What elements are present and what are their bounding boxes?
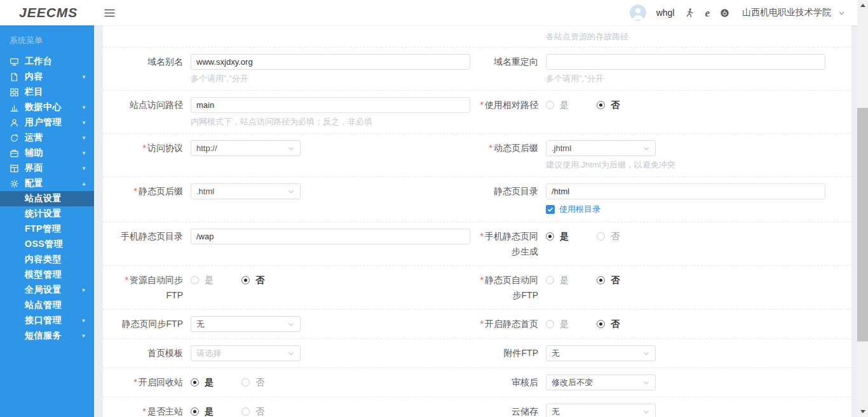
chevron-down-icon[interactable]: [837, 9, 846, 17]
radio-option[interactable]: 否: [597, 100, 620, 111]
radio-option[interactable]: 是: [191, 377, 214, 388]
cloud-storage-select[interactable]: 无: [546, 404, 656, 417]
radio-option[interactable]: 是: [546, 319, 569, 330]
field-label: 首页模板: [112, 345, 183, 361]
radio-option[interactable]: 否: [241, 377, 264, 388]
radio-option[interactable]: 否: [597, 275, 620, 286]
field-use-relative-path: *使用相对路径是否: [477, 97, 843, 127]
chevron-down-icon: [287, 350, 295, 357]
scrollbar-up-arrow-icon[interactable]: [857, 0, 868, 11]
static-page-dir-input[interactable]: [546, 183, 825, 199]
chevron-down-icon: ▼: [81, 74, 86, 80]
chevron-down-icon: ▼: [81, 150, 86, 156]
field-hint: 建议使用.Jhtml为后缀，以避免冲突: [546, 160, 843, 170]
sidebar-item-label: 栏目: [25, 86, 43, 98]
field-control: 是否: [191, 404, 477, 417]
field-control: [191, 228, 477, 244]
form-row: *资源自动同步FTP是否*静态页自动同步FTP是否: [103, 265, 851, 309]
select-value: http://: [196, 143, 287, 153]
radio-on-icon: [191, 407, 199, 416]
use-relative-path-radio-group: 是否: [546, 97, 843, 113]
sidebar-subitem-site-settings[interactable]: 站点设置: [0, 191, 94, 206]
sidebar-item-workbench[interactable]: 工作台: [0, 54, 94, 69]
radio-option[interactable]: 是: [546, 231, 569, 242]
sidebar-item-label: 配置: [25, 178, 43, 189]
scrollbar-thumb[interactable]: [857, 108, 868, 341]
chevron-down-icon: ▼: [81, 333, 86, 339]
domain-redirect-input[interactable]: [546, 54, 825, 70]
sidebar-subitem-label: 统计设置: [25, 208, 62, 220]
radio-option[interactable]: 否: [241, 406, 264, 417]
user-switch-icon[interactable]: [684, 8, 695, 18]
sidebar-subitem-global-settings[interactable]: 全局设置▼: [0, 282, 94, 298]
mobile-static-dir-input[interactable]: [191, 228, 470, 244]
sidebar-item-label: 运营: [25, 132, 43, 143]
box-icon: [10, 149, 19, 158]
app-logo: JEECMS: [19, 5, 78, 20]
avatar[interactable]: [630, 4, 646, 21]
required-asterisk: *: [134, 377, 137, 387]
chevron-down-icon: ▼: [81, 318, 86, 324]
radio-option[interactable]: 是: [546, 100, 569, 111]
form-row: 静态页同步FTP无*开启静态首页是否: [103, 309, 851, 338]
sidebar-item-user-management[interactable]: 用户管理▼: [0, 115, 94, 130]
radio-label: 否: [611, 275, 620, 286]
sidebar-item-content[interactable]: 内容▼: [0, 69, 94, 84]
form-row: 域名别名多个请用","分开域名重定向多个请用","分开: [103, 47, 851, 90]
sidebar-item-columns[interactable]: 栏目: [0, 84, 94, 100]
sidebar-subitem-site-management[interactable]: 站点管理: [0, 298, 94, 313]
radio-option[interactable]: 否: [241, 275, 264, 286]
field-control: 请选择: [191, 345, 477, 361]
sidebar-item-data-center[interactable]: 数据中心▼: [0, 100, 94, 115]
scrollbar-down-arrow-icon[interactable]: [857, 406, 868, 417]
radio-option[interactable]: 是: [546, 275, 569, 286]
radio-on-icon: [191, 378, 199, 387]
hamburger-menu-icon[interactable]: [104, 9, 115, 17]
site-name[interactable]: 山西机电职业技术学院: [742, 7, 831, 18]
after-audit-select[interactable]: 修改后不变: [546, 374, 656, 390]
use-root-dir-checkbox[interactable]: 使用根目录: [546, 204, 843, 215]
username[interactable]: whgl: [656, 8, 675, 18]
radio-option[interactable]: 否: [597, 231, 620, 242]
radio-option[interactable]: 是: [191, 406, 214, 417]
sidebar-item-auxiliary[interactable]: 辅助▼: [0, 145, 94, 161]
dynamic-page-suffix-select[interactable]: .jhtml: [546, 140, 656, 156]
field-static-sync-ftp: 静态页同步FTP无: [112, 316, 477, 332]
sidebar-item-configuration[interactable]: 配置▲: [0, 176, 94, 191]
domain-alias-input[interactable]: [191, 54, 470, 70]
sidebar: 系统菜单 工作台内容▼栏目数据中心▼用户管理▼运营▼辅助▼界面▼配置▲ 站点设置…: [0, 25, 94, 417]
vertical-scrollbar[interactable]: [857, 0, 868, 417]
sidebar-subitem-label: OSS管理: [25, 239, 63, 250]
field-control: 无: [546, 345, 843, 361]
sidebar-subitem-content-type[interactable]: 内容类型: [0, 252, 94, 267]
sidebar-item-operation[interactable]: 运营▼: [0, 130, 94, 145]
radio-option[interactable]: 是: [191, 275, 214, 286]
sidebar-subitem-sms-service[interactable]: 短信服务▼: [0, 328, 94, 343]
home-template-select[interactable]: 请选择: [191, 345, 301, 361]
power-icon[interactable]: [720, 8, 729, 18]
form-row: *访问协议http://*动态页后缀.jhtml建议使用.Jhtml为后缀，以避…: [103, 133, 851, 176]
sidebar-item-interface[interactable]: 界面▼: [0, 161, 94, 176]
sidebar-subitem-ftp-management[interactable]: FTP管理: [0, 222, 94, 237]
monitor-icon: [10, 57, 19, 67]
required-asterisk: *: [480, 319, 484, 329]
browser-icon[interactable]: e: [705, 8, 710, 18]
site-access-path-input[interactable]: [191, 97, 470, 113]
field-control: .jhtml建议使用.Jhtml为后缀，以避免冲突: [546, 140, 843, 170]
radio-label: 是: [205, 275, 214, 286]
sidebar-subitem-stats-settings[interactable]: 统计设置: [0, 206, 94, 222]
sidebar-subitem-api-management[interactable]: 接口管理▼: [0, 313, 94, 328]
sidebar-subitem-label: 全局设置: [25, 284, 62, 296]
sidebar-subitem-model-management[interactable]: 模型管理: [0, 267, 94, 282]
radio-option[interactable]: 否: [597, 319, 620, 330]
field-control: http://: [191, 140, 477, 156]
static-sync-ftp-select[interactable]: 无: [191, 316, 301, 332]
attachment-ftp-select[interactable]: 无: [546, 345, 656, 361]
document-icon: [10, 72, 19, 82]
radio-label: 否: [255, 406, 264, 417]
static-page-suffix-select[interactable]: .html: [191, 183, 301, 199]
access-protocol-select[interactable]: http://: [191, 140, 301, 156]
field-control: 修改后不变: [546, 374, 843, 390]
sidebar-subitem-oss-management[interactable]: OSS管理: [0, 237, 94, 252]
site-settings-form-panel: 各站点资源的存放路径域名别名多个请用","分开域名重定向多个请用","分开站点访…: [103, 25, 851, 417]
